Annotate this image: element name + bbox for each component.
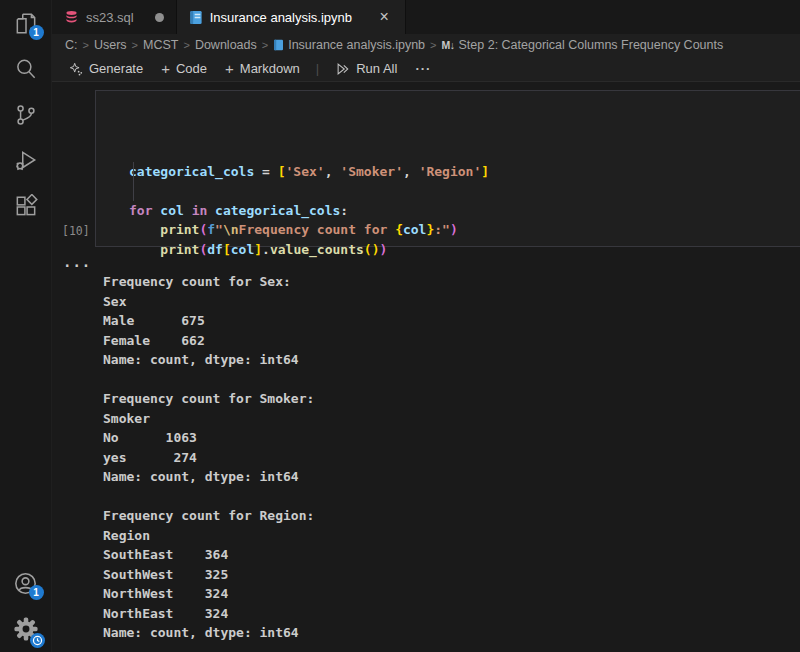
source-control-icon[interactable] bbox=[2, 92, 50, 138]
code-line[interactable] bbox=[129, 181, 800, 201]
breadcrumb-cell-heading[interactable]: Step 2: Categorical Columns Frequency Co… bbox=[459, 38, 724, 52]
add-markdown-cell-button[interactable]: + Markdown bbox=[219, 59, 306, 78]
tab-label: ss23.sql bbox=[86, 10, 134, 25]
markdown-label: Markdown bbox=[240, 61, 300, 76]
notebook-toolbar: Generate + Code + Markdown | Run All ··· bbox=[52, 56, 800, 82]
breadcrumb-file[interactable]: Insurance analysis.ipynb bbox=[288, 38, 425, 52]
breadcrumb-drive[interactable]: C: bbox=[65, 38, 78, 52]
run-all-icon bbox=[335, 62, 350, 76]
settings-gear-icon[interactable] bbox=[2, 606, 50, 652]
code-line[interactable]: print(df[col].value_counts()) bbox=[129, 240, 800, 260]
execution-count: [10] bbox=[62, 224, 90, 238]
tab-ss23-sql[interactable]: ss23.sql bbox=[52, 0, 177, 34]
accounts-icon[interactable]: 1 bbox=[2, 560, 50, 606]
run-debug-icon[interactable] bbox=[2, 138, 50, 184]
explorer-badge: 1 bbox=[29, 25, 44, 40]
run-all-label: Run All bbox=[356, 61, 397, 76]
chevron-right-icon: > bbox=[429, 39, 437, 51]
collapsed-indicator[interactable]: ... bbox=[63, 254, 91, 270]
more-actions-icon[interactable]: ··· bbox=[409, 61, 437, 76]
plus-icon: + bbox=[225, 61, 234, 76]
accounts-badge: 1 bbox=[29, 585, 44, 600]
editor-area: ss23.sql Insurance analysis.ipynb × C: >… bbox=[52, 0, 800, 652]
extensions-icon[interactable] bbox=[2, 184, 50, 230]
tab-bar: ss23.sql Insurance analysis.ipynb × bbox=[52, 0, 800, 34]
generate-button[interactable]: Generate bbox=[63, 59, 149, 78]
close-icon[interactable]: × bbox=[375, 8, 393, 26]
update-clock-badge bbox=[30, 633, 45, 648]
run-all-button[interactable]: Run All bbox=[329, 59, 403, 78]
sparkle-icon bbox=[69, 62, 83, 76]
activity-bar: 1 bbox=[0, 0, 52, 652]
tab-insurance-analysis-ipynb[interactable]: Insurance analysis.ipynb × bbox=[177, 0, 406, 34]
notebook-icon bbox=[189, 10, 203, 25]
code-cell: [10] categorical_cols = ['Sex', 'Smoker'… bbox=[95, 90, 800, 247]
search-icon[interactable] bbox=[2, 46, 50, 92]
generate-label: Generate bbox=[89, 61, 143, 76]
tab-label: Insurance analysis.ipynb bbox=[210, 10, 352, 25]
code-label: Code bbox=[176, 61, 207, 76]
breadcrumb: C: > Users > MCST > Downloads > Insuranc… bbox=[52, 34, 800, 56]
indent-guide bbox=[133, 162, 134, 201]
code-line[interactable]: for col in categorical_cols: bbox=[129, 201, 800, 221]
breadcrumb-mcst[interactable]: MCST bbox=[143, 38, 178, 52]
chevron-right-icon: > bbox=[182, 39, 190, 51]
explorer-icon[interactable]: 1 bbox=[2, 0, 50, 46]
code-line[interactable]: categorical_cols = ['Sex', 'Smoker', 'Re… bbox=[129, 162, 800, 182]
chevron-right-icon: > bbox=[82, 39, 90, 51]
notebook-icon bbox=[273, 39, 284, 51]
chevron-right-icon: > bbox=[261, 39, 269, 51]
breadcrumb-users[interactable]: Users bbox=[94, 38, 127, 52]
toolbar-separator: | bbox=[312, 61, 323, 76]
vscode-window: 1 bbox=[0, 0, 800, 652]
chevron-right-icon: > bbox=[131, 39, 139, 51]
markdown-icon: M↓ bbox=[442, 39, 455, 51]
database-icon bbox=[64, 10, 79, 25]
breadcrumb-downloads[interactable]: Downloads bbox=[195, 38, 257, 52]
add-code-cell-button[interactable]: + Code bbox=[155, 59, 213, 78]
code-line[interactable]: print(f"\nFrequency count for {col}:") bbox=[129, 220, 800, 240]
cell-output: Frequency count for Sex: Sex Male 675 Fe… bbox=[103, 272, 314, 643]
modified-dot-icon[interactable] bbox=[155, 13, 164, 22]
notebook-body: [10] categorical_cols = ['Sex', 'Smoker'… bbox=[52, 82, 800, 652]
code-editor[interactable]: categorical_cols = ['Sex', 'Smoker', 'Re… bbox=[96, 91, 800, 259]
plus-icon: + bbox=[161, 61, 170, 76]
